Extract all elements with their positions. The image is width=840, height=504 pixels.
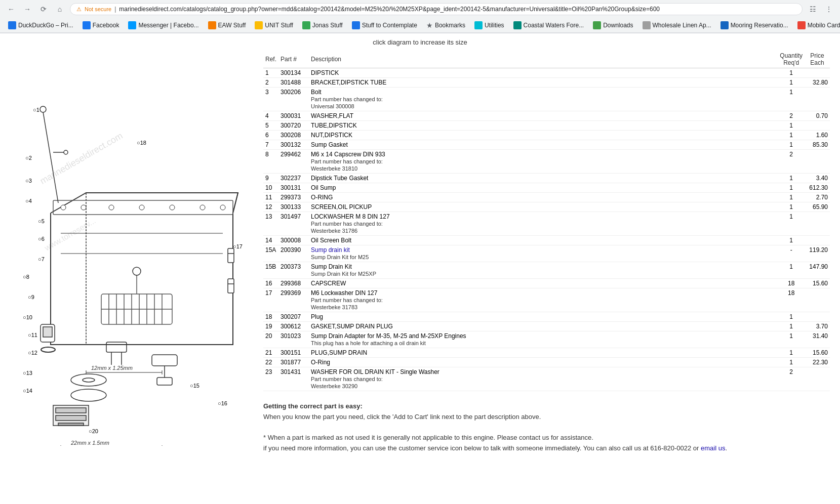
part-ref: 6 xyxy=(263,130,278,140)
bookmark-coastal[interactable]: Coastal Waters Fore... xyxy=(509,20,588,31)
bookmark-label: UNIT Stuff xyxy=(265,22,293,29)
part-ref: 15A xyxy=(263,245,278,262)
bookmark-mooring[interactable]: Mooring Reservatio... xyxy=(716,20,792,31)
part-number: 300134 xyxy=(278,68,309,77)
footer-title: Getting the correct part is easy: xyxy=(263,402,363,410)
part-desc: BRACKET,DIPSTICK TUBE xyxy=(311,79,386,86)
bookmark-label: Messenger | Facebo... xyxy=(138,22,198,29)
jonas-icon xyxy=(302,21,310,29)
part-price xyxy=(805,149,830,173)
diagram-wrapper[interactable]: marinedieseldirect.com www.torreserv... xyxy=(10,51,253,447)
svg-text:○16: ○16 xyxy=(218,400,227,406)
bookmark-label: Coastal Waters Fore... xyxy=(524,22,584,29)
messenger-icon xyxy=(128,21,136,29)
part-qty: 18 xyxy=(778,288,805,312)
svg-text:○20: ○20 xyxy=(89,428,98,434)
part-desc: CAPSCREW xyxy=(311,280,346,287)
bookmark-label: Utilities xyxy=(485,22,504,29)
table-row: 14 300008 Oil Screen Bolt 1 xyxy=(263,235,830,245)
part-price: 31.40 xyxy=(805,331,830,348)
part-qty: 1 xyxy=(778,130,805,140)
part-ref: 16 xyxy=(263,278,278,288)
part-sub: Westerbeke 31783 xyxy=(311,304,357,310)
table-row: 21 300151 PLUG,SUMP DRAIN 1 15.60 xyxy=(263,348,830,357)
col-header-part: Part # xyxy=(278,51,309,68)
part-number: 302237 xyxy=(278,173,309,183)
nav-bar: ← → ⟳ ⌂ ⚠ Not secure | marinedieseldirec… xyxy=(0,0,840,18)
part-price xyxy=(805,87,830,111)
svg-point-12 xyxy=(200,205,205,210)
part-description: LOCKWASHER M 8 DIN 127Part number has ch… xyxy=(309,212,778,235)
part-price xyxy=(805,288,830,312)
mooring-icon xyxy=(721,21,729,29)
part-number: 300207 xyxy=(278,312,309,321)
email-link[interactable]: email us xyxy=(701,444,725,452)
col-header-desc: Description xyxy=(309,51,778,68)
address-bar[interactable]: ⚠ Not secure | marinedieseldirect.com/ca… xyxy=(70,3,803,15)
parts-table: Ref. Part # Description Quantity Req'd P… xyxy=(263,51,830,391)
bookmark-eaw[interactable]: EAW Stuff xyxy=(204,20,250,31)
part-ref: 10 xyxy=(263,183,278,192)
bookmark-mobilo[interactable]: Mobilo Card xyxy=(793,20,840,31)
bookmark-unit[interactable]: UNIT Stuff xyxy=(251,20,297,31)
svg-rect-43 xyxy=(152,355,177,366)
bookmark-contemplate[interactable]: Stuff to Contemplate xyxy=(348,20,421,31)
part-price xyxy=(805,68,830,77)
svg-rect-77 xyxy=(56,415,86,421)
part-desc: Plug xyxy=(311,313,323,320)
bookmark-wholesale[interactable]: Wholesale Linen Ap... xyxy=(638,20,715,31)
part-ref: 19 xyxy=(263,321,278,331)
part-qty: 2 xyxy=(778,367,805,391)
menu-button[interactable]: ⋮ xyxy=(823,3,835,15)
bookmark-label: Bookmarks xyxy=(435,22,465,29)
part-qty: 1 xyxy=(778,202,805,212)
bookmark-bookmarks[interactable]: ★ Bookmarks xyxy=(422,20,469,31)
back-button[interactable]: ← xyxy=(5,3,17,15)
part-sub: Westerbeke 30290 xyxy=(311,383,357,389)
part-price: 1.60 xyxy=(805,130,830,140)
part-number: 200390 xyxy=(278,245,309,262)
svg-point-8 xyxy=(81,205,86,210)
part-number: 300031 xyxy=(278,111,309,120)
part-qty: 1 xyxy=(778,212,805,235)
home-button[interactable]: ⌂ xyxy=(54,3,66,15)
part-number: 300612 xyxy=(278,321,309,331)
reload-button[interactable]: ⟳ xyxy=(37,3,50,15)
part-ref: 21 xyxy=(263,348,278,357)
extensions-button[interactable]: ☷ xyxy=(807,3,819,15)
part-description: Sump Drain KitSump Drain Kit for M25XP xyxy=(309,262,778,278)
svg-point-11 xyxy=(170,205,175,210)
part-number: 200373 xyxy=(278,262,309,278)
part-price: 15.60 xyxy=(805,348,830,357)
part-price: 3.40 xyxy=(805,173,830,183)
table-row: 19 300612 GASKET,SUMP DRAIN PLUG 1 3.70 xyxy=(263,321,830,331)
diagram-section[interactable]: marinedieseldirect.com www.torreserv... xyxy=(10,51,253,454)
part-link[interactable]: Sump drain kit xyxy=(311,246,350,254)
bookmark-utilities[interactable]: Utilities xyxy=(470,20,508,31)
bookmark-facebook[interactable]: Facebook xyxy=(78,20,124,31)
svg-text:○14: ○14 xyxy=(23,388,32,394)
part-price xyxy=(805,212,830,235)
svg-line-14 xyxy=(43,112,58,203)
part-description: Oil Screen Bolt xyxy=(309,235,778,245)
part-ref: 12 xyxy=(263,202,278,212)
part-desc: DIPSTICK xyxy=(311,69,339,76)
part-ref: 14 xyxy=(263,235,278,245)
bookmark-messenger[interactable]: Messenger | Facebo... xyxy=(124,20,203,31)
table-row: 9 302237 Dipstick Tube Gasket 1 3.40 xyxy=(263,173,830,183)
footer-line1: When you know the part you need, click t… xyxy=(263,412,830,423)
part-number: 299462 xyxy=(278,149,309,173)
part-ref: 3 xyxy=(263,87,278,111)
table-row: 1 300134 DIPSTICK 1 xyxy=(263,68,830,77)
downloads-icon xyxy=(593,21,601,29)
svg-rect-78 xyxy=(58,423,84,426)
table-row: 3 300206 BoltPart number has changed to:… xyxy=(263,87,830,111)
table-row: 15B 200373 Sump Drain KitSump Drain Kit … xyxy=(263,262,830,278)
bookmark-downloads[interactable]: Downloads xyxy=(589,20,637,31)
bookmark-jonas[interactable]: Jonas Stuff xyxy=(298,20,347,31)
forward-button[interactable]: → xyxy=(21,3,33,15)
part-desc: SCREEN,OIL PICKUP xyxy=(311,203,372,211)
svg-point-38 xyxy=(41,347,55,352)
part-number: 301877 xyxy=(278,357,309,367)
bookmark-duckduckgo[interactable]: DuckDuckGo – Pri... xyxy=(4,20,77,31)
